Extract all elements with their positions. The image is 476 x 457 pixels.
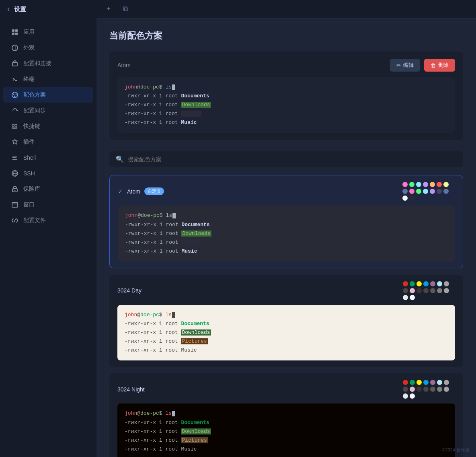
sidebar-label-colorscheme: 配色方案 <box>23 91 46 99</box>
color-dot <box>403 380 408 385</box>
scheme-list: ✓ Atom 自定义 john@doe-pc$ ls -rwxr-xr-x 1 … <box>109 175 463 457</box>
sidebar-label-shortcuts: 快捷键 <box>23 123 40 130</box>
color-dot <box>423 182 428 187</box>
color-dot <box>437 387 442 392</box>
svg-rect-0 <box>12 29 14 32</box>
sidebar-nav: 应用 外观 配置和连接 终端 配色方案 配置同步 快捷键 插件 <box>0 19 96 457</box>
color-dot <box>416 380 422 385</box>
topbar: + ⧉ <box>96 0 476 19</box>
sidebar-item-plugins[interactable]: 插件 <box>3 134 93 150</box>
scheme-item-3024night[interactable]: 3024 Night john@doe-pc$ ls -rwxr-xr-x 1 … <box>109 373 463 457</box>
color-dot <box>430 281 435 286</box>
color-dot <box>416 387 422 392</box>
color-dots-atom <box>402 182 455 201</box>
edit-scheme-button[interactable]: ✏ 编辑 <box>390 59 420 72</box>
search-bar: 🔍 <box>109 151 463 167</box>
color-dot <box>437 189 442 194</box>
svg-rect-13 <box>12 127 17 128</box>
svg-point-10 <box>14 96 16 97</box>
config-icon <box>11 217 18 224</box>
sidebar-item-shell[interactable]: Shell <box>3 150 93 165</box>
color-dot <box>410 281 415 286</box>
sidebar-item-sync[interactable]: 配置同步 <box>3 103 93 118</box>
sync-icon <box>11 107 18 114</box>
sidebar-item-colorscheme[interactable]: 配色方案 <box>3 87 93 103</box>
current-scheme-terminal: john@doe-pc$ ls -rwxr-xr-x 1 root Docume… <box>117 77 455 133</box>
sidebar-item-config[interactable]: 配置文件 <box>3 213 93 228</box>
color-dot <box>410 380 415 385</box>
profiles-icon <box>11 60 18 67</box>
scheme-item-header-3024night: 3024 Night <box>117 380 455 399</box>
color-dot <box>443 182 449 187</box>
color-dot <box>403 393 408 399</box>
sidebar-label-shell: Shell <box>23 154 36 161</box>
scheme-item-3024day[interactable]: 3024 Day john@doe-pc$ ls -rwxr-xr-x 1 ro… <box>109 275 463 367</box>
sidebar-label-window: 窗口 <box>23 201 35 208</box>
pencil-icon: ✏ <box>396 62 401 68</box>
scheme-terminal-atom: john@doe-pc$ ls -rwxr-xr-x 1 root Docume… <box>118 206 455 261</box>
current-scheme-card: Atom ✏ 编辑 🗑 删除 john@doe-pc$ ls -rwxr-xr-… <box>109 51 463 140</box>
color-dot <box>443 189 449 194</box>
shell-icon <box>11 154 18 161</box>
color-dot <box>410 295 415 300</box>
color-dot <box>416 189 421 194</box>
color-dot <box>437 281 442 286</box>
sidebar: 1 设置 应用 外观 配置和连接 终端 配色方案 配置同步 <box>0 0 96 457</box>
svg-point-9 <box>16 94 17 95</box>
sidebar-item-ssh[interactable]: SSH <box>3 166 93 181</box>
color-dot <box>430 189 435 194</box>
scheme-item-header-atom: ✓ Atom 自定义 <box>118 182 455 201</box>
color-dot <box>444 281 449 286</box>
scheme-name-atom: Atom <box>127 188 140 195</box>
color-dot <box>409 182 414 187</box>
color-dot <box>437 288 442 293</box>
sidebar-item-profiles[interactable]: 配置和连接 <box>3 56 93 71</box>
sidebar-label-sync: 配置同步 <box>23 107 46 114</box>
color-dots-3024day <box>403 281 455 300</box>
sidebar-item-terminal[interactable]: 终端 <box>3 72 93 87</box>
scheme-terminal-3024day: john@doe-pc$ ls -rwxr-xr-x 1 root Docume… <box>117 305 455 360</box>
sidebar-item-window[interactable]: 窗口 <box>3 197 93 212</box>
sidebar-item-appearance[interactable]: 外观 <box>3 40 93 56</box>
color-dot <box>403 288 408 293</box>
scheme-item-header-3024day: 3024 Day <box>117 281 455 300</box>
sidebar-item-apps[interactable]: 应用 <box>3 25 93 40</box>
sidebar-label-appearance: 外观 <box>23 44 35 51</box>
color-dot <box>437 182 442 187</box>
sidebar-item-vault[interactable]: 保险库 <box>3 181 93 197</box>
color-dot <box>430 387 435 392</box>
ssh-icon <box>11 170 18 177</box>
color-dot <box>402 189 408 194</box>
svg-rect-11 <box>12 124 14 126</box>
color-dot <box>444 380 449 385</box>
selected-check-icon: ✓ <box>118 188 123 195</box>
color-dot <box>410 288 415 293</box>
add-tab-button[interactable]: + <box>103 4 114 15</box>
color-dot <box>410 387 415 392</box>
sidebar-label-ssh: SSH <box>23 170 35 177</box>
search-input[interactable] <box>128 156 457 163</box>
color-dot <box>423 189 428 194</box>
color-dots-3024night <box>403 380 455 399</box>
current-scheme-name: Atom <box>117 62 131 68</box>
shortcuts-icon <box>11 123 18 130</box>
scheme-item-atom[interactable]: ✓ Atom 自定义 john@doe-pc$ ls -rwxr-xr-x 1 … <box>109 175 463 268</box>
main-content: + ⧉ 当前配色方案 Atom ✏ 编辑 🗑 删除 <box>96 0 476 457</box>
copy-tab-button[interactable]: ⧉ <box>120 4 131 15</box>
delete-scheme-button[interactable]: 🗑 删除 <box>424 59 455 72</box>
plugins-icon <box>11 138 18 146</box>
color-dot <box>409 189 414 194</box>
color-dot <box>444 387 449 392</box>
color-dot <box>410 393 415 399</box>
color-dot <box>430 380 435 385</box>
version-label: ©2024 创作者 <box>442 447 470 453</box>
color-dot <box>430 182 435 187</box>
scheme-name-row-atom: ✓ Atom 自定义 <box>118 187 164 195</box>
sidebar-label-apps: 应用 <box>23 29 35 36</box>
sidebar-item-shortcuts[interactable]: 快捷键 <box>3 119 93 134</box>
scheme-terminal-3024night: john@doe-pc$ ls -rwxr-xr-x 1 root Docume… <box>117 403 455 457</box>
color-dot <box>402 182 408 187</box>
color-dot <box>409 196 414 201</box>
current-scheme-header: Atom ✏ 编辑 🗑 删除 <box>117 59 455 72</box>
scheme-actions: ✏ 编辑 🗑 删除 <box>390 59 455 72</box>
